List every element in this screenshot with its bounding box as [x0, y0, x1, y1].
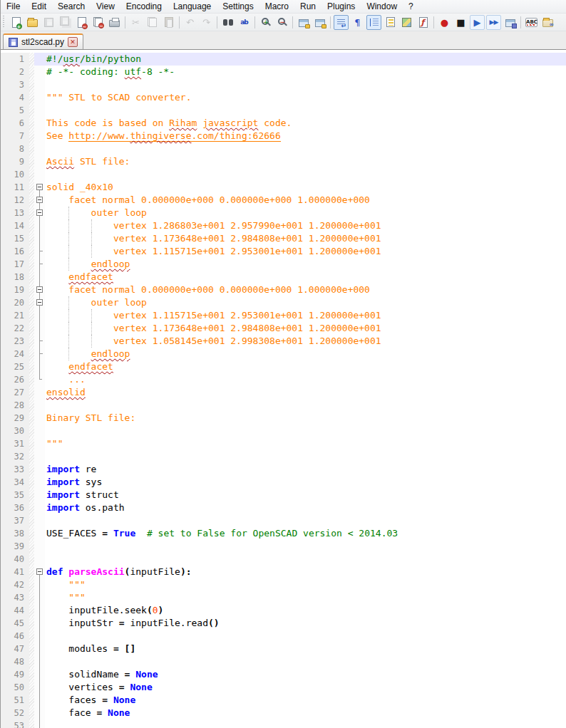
code-text[interactable]: ensolid [45, 386, 566, 399]
menu-item-help[interactable]: ? [403, 0, 419, 14]
macro-save-icon[interactable] [503, 15, 518, 30]
bookmark-margin[interactable] [29, 425, 34, 437]
bookmark-margin[interactable] [29, 258, 34, 271]
zoom-in-icon[interactable]: + [258, 15, 273, 30]
code-text[interactable]: modules = [] [45, 643, 566, 655]
fold-collapse-icon[interactable] [36, 184, 43, 190]
code-text[interactable]: outer loop [45, 296, 566, 309]
fold-margin[interactable] [34, 245, 45, 258]
bookmark-margin[interactable] [29, 104, 34, 117]
menu-item-file[interactable]: File [1, 0, 26, 14]
code-text[interactable] [45, 142, 566, 155]
bookmark-margin[interactable] [29, 489, 34, 501]
bookmark-margin[interactable] [29, 91, 34, 104]
menu-item-window[interactable]: Window [361, 0, 403, 14]
code-text[interactable]: endfacet [45, 360, 566, 373]
menu-item-plugins[interactable]: Plugins [321, 0, 361, 14]
bookmark-margin[interactable] [29, 694, 34, 707]
toolbar-grip[interactable] [2, 16, 6, 28]
bookmark-margin[interactable] [29, 245, 34, 258]
fold-margin[interactable] [34, 694, 45, 707]
bookmark-margin[interactable] [29, 681, 34, 694]
bookmark-margin[interactable] [29, 181, 34, 194]
code-text[interactable]: facet normal 0.000000e+000 0.000000e+000… [45, 284, 566, 296]
code-text[interactable]: USE_FACES = True # set to False for Open… [45, 527, 566, 540]
bookmark-margin[interactable] [29, 540, 34, 553]
document-map-icon[interactable] [399, 15, 414, 30]
fold-margin[interactable] [34, 617, 45, 630]
bookmark-margin[interactable] [29, 117, 34, 130]
code-text[interactable]: This code is based on Riham javascript c… [45, 117, 566, 130]
code-text[interactable] [45, 514, 566, 527]
folder-as-workspace-icon[interactable] [416, 15, 431, 30]
code-text[interactable]: #!/usr/bin/python [45, 53, 566, 66]
bookmark-margin[interactable] [29, 707, 34, 719]
fold-margin[interactable] [34, 219, 45, 232]
fold-margin[interactable] [34, 668, 45, 681]
bookmark-margin[interactable] [29, 399, 34, 412]
code-text[interactable]: inputStr = inputFile.read() [45, 617, 566, 630]
sync-horizontal-scroll-icon[interactable] [312, 15, 327, 30]
editor-pane[interactable]: 1#!/usr/bin/python2# -*- coding: utf-8 -… [1, 50, 566, 728]
close-all-icon[interactable]: − [91, 15, 106, 30]
menu-item-run[interactable]: Run [294, 0, 321, 14]
bookmark-margin[interactable] [29, 501, 34, 514]
show-all-characters-icon[interactable]: ¶ [350, 15, 365, 30]
bookmark-margin[interactable] [29, 309, 34, 322]
code-text[interactable]: import struct [45, 489, 566, 501]
code-text[interactable]: facet normal 0.000000e+000 0.000000e+000… [45, 194, 566, 207]
code-text[interactable]: """ [45, 437, 566, 450]
fold-margin[interactable] [34, 271, 45, 284]
code-text[interactable]: vertex 1.173648e+001 2.984808e+001 1.200… [45, 232, 566, 245]
fold-margin[interactable] [34, 322, 45, 335]
tab-stl2scad.py[interactable]: stl2scad.py✕ [3, 33, 83, 49]
new-file-icon[interactable]: + [9, 15, 24, 30]
bookmark-margin[interactable] [29, 142, 34, 155]
fold-collapse-icon[interactable] [36, 299, 43, 306]
fold-margin[interactable] [34, 232, 45, 245]
bookmark-margin[interactable] [29, 476, 34, 489]
code-text[interactable]: """ [45, 591, 566, 604]
code-text[interactable]: import sys [45, 476, 566, 489]
macro-play-icon[interactable]: ▶ [470, 15, 485, 30]
bookmark-margin[interactable] [29, 219, 34, 232]
fold-margin[interactable] [34, 719, 45, 728]
bookmark-margin[interactable] [29, 348, 34, 360]
bookmark-margin[interactable] [29, 604, 34, 617]
close-icon[interactable]: − [74, 15, 89, 30]
code-text[interactable]: solidName = None [45, 668, 566, 681]
code-text[interactable] [45, 168, 566, 181]
menu-item-macro[interactable]: Macro [259, 0, 294, 14]
fold-margin[interactable] [34, 296, 45, 309]
fold-margin[interactable] [34, 591, 45, 604]
bookmark-margin[interactable] [29, 412, 34, 425]
fold-margin[interactable] [34, 643, 45, 655]
open-file-icon[interactable] [25, 15, 40, 30]
indent-guide-icon[interactable] [366, 15, 381, 30]
fold-margin[interactable] [34, 207, 45, 219]
code-text[interactable]: vertex 1.058145e+001 2.998308e+001 1.200… [45, 335, 566, 348]
bookmark-margin[interactable] [29, 578, 34, 591]
bookmark-margin[interactable] [29, 322, 34, 335]
code-text[interactable]: ... [45, 373, 566, 386]
fold-margin[interactable] [34, 181, 45, 194]
code-text[interactable]: solid _40x10 [45, 181, 566, 194]
code-text[interactable]: Binary STL file: [45, 412, 566, 425]
word-wrap-icon[interactable] [334, 15, 349, 30]
code-text[interactable]: endfacet [45, 271, 566, 284]
bookmark-margin[interactable] [29, 271, 34, 284]
fold-collapse-icon[interactable] [36, 197, 43, 203]
fold-margin[interactable] [34, 360, 45, 373]
menu-item-encoding[interactable]: Encoding [120, 0, 168, 14]
replace-icon[interactable]: ab [237, 15, 252, 30]
tab-close-icon[interactable]: ✕ [68, 37, 78, 47]
print-icon[interactable] [107, 15, 122, 30]
bookmark-margin[interactable] [29, 450, 34, 463]
bookmark-margin[interactable] [29, 553, 34, 566]
code-text[interactable]: vertex 1.286803e+001 2.957990e+001 1.200… [45, 219, 566, 232]
code-text[interactable]: # -*- coding: utf-8 -*- [45, 66, 566, 78]
fold-margin[interactable] [34, 630, 45, 643]
bookmark-margin[interactable] [29, 617, 34, 630]
bookmark-margin[interactable] [29, 335, 34, 348]
code-text[interactable]: face = None [45, 707, 566, 719]
